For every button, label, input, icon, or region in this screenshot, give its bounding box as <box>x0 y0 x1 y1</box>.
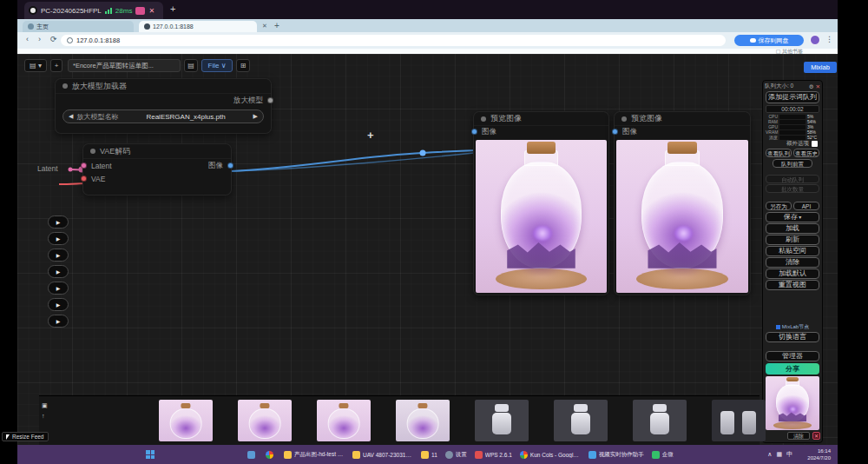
image-input-pin[interactable] <box>471 129 477 135</box>
latest-output-thumbnail[interactable] <box>766 376 819 430</box>
taskbar-item[interactable] <box>266 451 276 459</box>
node-title-bar[interactable]: VAE解码 <box>83 144 231 159</box>
tray-icon[interactable]: ∧ <box>767 451 772 458</box>
reload-icon[interactable]: ⟳ <box>50 35 57 43</box>
browser-menu-icon[interactable]: ⋮ <box>825 35 833 43</box>
feed-thumbnail[interactable] <box>554 400 608 441</box>
queue-prompt-button[interactable]: 添加提示词队列 <box>766 91 819 103</box>
input-slot-image[interactable]: 图像 <box>474 126 608 137</box>
latent-input-pin[interactable] <box>81 162 87 169</box>
node-upscale-model-loader[interactable]: 放大模型加载器 放大模型 ◀ 放大模型名称 RealESRGAN_x4plus.… <box>55 78 272 134</box>
tray-icon[interactable]: ▦ <box>776 451 782 458</box>
switch-language-button[interactable]: 切换语言 <box>766 332 819 342</box>
feed-thumbnail[interactable] <box>317 400 371 441</box>
feed-scroll-up-icon[interactable]: ↑ <box>42 413 48 419</box>
menu-button[interactable]: 加载默认 <box>766 268 819 279</box>
feed-thumbnail[interactable] <box>159 400 213 441</box>
menu-button[interactable]: 加载 <box>766 223 819 234</box>
output-slot-image[interactable]: 图像 <box>208 161 224 171</box>
mixlab-button[interactable]: Mixlab <box>804 62 837 73</box>
close-session-icon[interactable]: ✕ <box>148 7 155 15</box>
view-button[interactable]: 查看队列 <box>766 149 792 157</box>
output-pin[interactable] <box>267 97 273 103</box>
feed-thumbnail[interactable] <box>712 400 766 441</box>
menu-button[interactable]: 粘贴空间 <box>766 246 819 256</box>
collapse-dot-icon[interactable] <box>90 149 95 154</box>
menu-button[interactable]: 刷新 <box>766 235 819 245</box>
menu-button[interactable]: 清除 <box>766 257 819 268</box>
input-slot-vae[interactable]: VAE <box>83 172 231 185</box>
node-title-bar[interactable]: 预览图像 <box>615 112 750 126</box>
taskbar-item[interactable]: 视频实时协作助手 <box>589 451 644 459</box>
prev-value-icon[interactable]: ◀ <box>69 113 73 120</box>
workflow-tab[interactable]: *Encore产品草图转运单图... <box>68 59 181 72</box>
tray-icon[interactable]: 中 <box>786 450 792 459</box>
node-graph-canvas[interactable]: ▤ ▾ + *Encore产品草图转运单图... ▤ File ∨ ⊞ Mixl… <box>17 54 838 445</box>
feed-clear-button[interactable]: 清除 <box>787 432 810 440</box>
collapse-dot-icon[interactable] <box>481 116 486 122</box>
save-as-button[interactable]: 另存为 <box>766 202 792 210</box>
node-preview-image-1[interactable]: 预览图像 图像 <box>473 111 609 295</box>
input-slot-image[interactable]: 图像 <box>615 126 750 137</box>
output-slot-upscale-model[interactable]: 放大模型 <box>56 94 271 107</box>
share-button[interactable]: 分享 <box>766 363 819 375</box>
node-title-bar[interactable]: 预览图像 <box>474 112 608 126</box>
file-menu-button[interactable]: File ∨ <box>201 59 233 72</box>
node-vae-decode[interactable]: VAE解码 Latent 图像 VAE <box>82 143 232 196</box>
collapsed-node-pill[interactable]: ▶ <box>48 298 69 311</box>
panel-close-icon[interactable]: ✕ <box>816 83 820 90</box>
browser-tab-comfyui[interactable]: 127.0.0.1:8188 <box>139 21 257 32</box>
extra-options-checkbox[interactable] <box>812 141 818 147</box>
browser-tab-home[interactable]: 主页 <box>23 21 134 32</box>
forward-icon[interactable]: › <box>38 35 41 43</box>
feed-close-button[interactable]: ✕ <box>812 432 820 440</box>
collapsed-node-pill[interactable]: ▶ <box>48 282 69 295</box>
menu-button[interactable]: 重置视图 <box>766 280 819 290</box>
save-as-button[interactable]: API <box>793 202 819 210</box>
taskbar-item[interactable]: 产品出图-hd-test week <box>284 451 345 459</box>
feed-layout-icon[interactable]: ▣ <box>42 402 48 409</box>
extra-options-row[interactable]: 额外选项 <box>765 140 820 148</box>
save-to-cloud-button[interactable]: 保存到网盘 <box>734 35 804 46</box>
profile-avatar[interactable] <box>810 35 820 45</box>
collapse-dot-icon[interactable] <box>621 116 627 122</box>
manager-button[interactable]: 管理器 <box>766 351 819 361</box>
workflow-folder-button[interactable]: ▤ ▾ <box>24 59 47 72</box>
remote-session-tab[interactable]: PC-20240625HFPL 28ms ✕ <box>24 2 163 19</box>
new-tab-button[interactable]: + <box>274 21 279 30</box>
view-button[interactable]: 查看历史 <box>793 149 819 157</box>
image-input-pin[interactable] <box>612 129 618 135</box>
collapsed-node-pill[interactable]: ▶ <box>48 315 69 328</box>
input-slot-latent[interactable]: Latent <box>90 162 112 170</box>
menu-button[interactable]: 保存 <box>766 212 819 222</box>
start-button[interactable] <box>146 450 155 459</box>
taskbar-item[interactable]: 企微 <box>652 451 674 459</box>
feed-thumbnail[interactable] <box>396 400 450 441</box>
new-workflow-button[interactable]: + <box>50 59 62 72</box>
collapsed-node-pill[interactable]: ▶ <box>48 215 69 229</box>
taskbar-item[interactable]: WPS 2.6.1 <box>475 451 512 459</box>
model-name-widget[interactable]: ◀ 放大模型名称 RealESRGAN_x4plus.pth ▶ <box>62 109 264 123</box>
taskbar-item[interactable]: 11 <box>421 451 437 459</box>
queue-front-button[interactable]: 队列前置 <box>773 159 812 168</box>
node-title-bar[interactable]: 放大模型加载器 <box>56 79 271 94</box>
taskbar-item[interactable]: 设置 <box>445 451 467 459</box>
dim-option-button[interactable]: 批次数量 <box>766 184 819 193</box>
taskbar-item[interactable]: Kun Cols - Google Chro... <box>520 451 581 459</box>
taskbar-clock[interactable]: 16:14 2024/7/20 <box>807 447 831 461</box>
collapsed-node-pill[interactable]: ▶ <box>48 232 69 245</box>
collapsed-node-pill[interactable]: ▶ <box>48 249 69 262</box>
taskbar-item[interactable]: UAV 4807-230312-1736 <box>352 451 413 459</box>
next-value-icon[interactable]: ▶ <box>253 113 258 120</box>
tab-close-icon[interactable]: ✕ <box>262 23 267 30</box>
collapse-dot-icon[interactable] <box>62 83 68 89</box>
dim-option-button[interactable]: 自动队列 <box>766 175 819 183</box>
feed-thumbnail[interactable] <box>238 400 292 441</box>
new-session-button[interactable]: + <box>170 3 175 14</box>
mixlab-nodes-row[interactable]: MixLab节点 <box>765 323 820 331</box>
image-output-pin[interactable] <box>227 162 233 169</box>
grid-view-button[interactable]: ⊞ <box>236 59 250 72</box>
settings-gear-icon[interactable]: ⚙ <box>809 83 814 90</box>
node-preview-image-2[interactable]: 预览图像 图像 <box>614 111 751 295</box>
reroute-dot[interactable] <box>420 150 426 156</box>
